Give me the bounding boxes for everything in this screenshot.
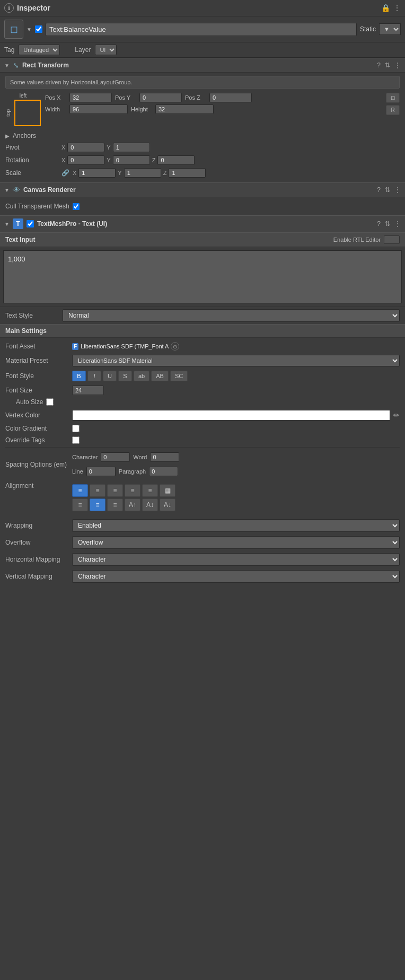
align-capline-btn[interactable]: A↓ [160,498,175,511]
align-center-btn[interactable]: ≡ [90,484,105,497]
text-input-header: Text Input Enable RTL Editor [0,232,405,247]
inspector-header: ℹ Inspector 🔒 ⋮ [0,0,405,16]
text-area-box[interactable]: 1,000 [3,250,402,303]
style-btn-ab-caps[interactable]: AB [151,371,169,381]
align-bottom-btn[interactable]: ≡ [107,498,123,511]
canvas-help-icon[interactable]: ? [377,186,381,194]
r-btn[interactable]: R [386,105,400,115]
vert-mapping-select[interactable]: Character [72,570,400,583]
para-input[interactable] [149,467,178,476]
style-btn-i[interactable]: I [87,371,101,381]
lock-icon[interactable]: 🔒 [381,4,390,12]
tmp-menu-icon[interactable]: ⋮ [394,220,401,228]
align-left-btn[interactable]: ≡ [72,484,88,497]
auto-size-checkbox[interactable] [46,398,54,406]
align-right-btn[interactable]: ≡ [107,484,123,497]
align-geo-btn[interactable]: ▦ [160,484,175,497]
tmp-active-checkbox[interactable] [27,220,34,228]
align-baseline-btn[interactable]: A↑ [125,498,140,511]
canvas-renderer-header[interactable]: ▼ 👁 Canvas Renderer ? ⇅ ⋮ [0,182,405,197]
text-style-label: Text Style [5,312,58,319]
font-circle-btn[interactable]: ⊙ [171,342,179,351]
rotation-xyz: X Y Z [61,155,195,165]
pos-y-input[interactable] [139,93,182,102]
pivot-x-input[interactable] [67,143,104,152]
font-size-input[interactable] [72,386,104,395]
vertex-color-swatch[interactable] [72,410,390,421]
horiz-mapping-select[interactable]: Character [72,553,400,566]
rot-z-label: Z [152,157,156,163]
width-input[interactable] [69,104,128,114]
overflow-select[interactable]: Overflow [72,536,400,549]
rtl-label: Enable RTL Editor [333,237,381,243]
rot-y-input[interactable] [113,155,150,165]
style-btn-b[interactable]: B [72,371,86,381]
text-style-select[interactable]: Normal [63,309,400,322]
align-top-btn[interactable]: ≡ [72,498,88,511]
eyedropper-btn[interactable]: ✏ [393,411,400,419]
canvas-menu-icon[interactable]: ⋮ [394,186,401,194]
static-dropdown[interactable]: ▼ [379,23,401,35]
rect-help-icon[interactable]: ? [377,62,381,69]
rot-x-input[interactable] [67,155,104,165]
pivot-y-input[interactable] [113,143,150,152]
canvas-collapse-arrow: ▼ [4,187,10,193]
align-vmid-btn[interactable]: ≡ [90,498,105,511]
word-input[interactable] [150,452,179,462]
width-label: Width [45,106,66,112]
override-tags-label: Override Tags [5,436,69,444]
layer-select[interactable]: UI [95,45,117,55]
anchors-row[interactable]: ▶ Anchors [5,130,400,141]
align-flush-btn[interactable]: ≡ [142,484,158,497]
spacing-row: Spacing Options (em) Character Word Line… [5,449,400,480]
tmp-header[interactable]: ▼ T TextMeshPro - Text (UI) ? ⇅ ⋮ [0,215,405,232]
canvas-settings-icon[interactable]: ⇅ [385,186,390,194]
pivot-xyz: X Y [61,143,150,152]
scale-x-input[interactable] [78,168,116,178]
style-btn-u[interactable]: U [103,371,117,381]
line-input[interactable] [86,467,116,476]
cull-checkbox[interactable] [73,203,80,210]
gameobj-active-checkbox[interactable] [35,25,42,33]
override-tags-checkbox[interactable] [72,436,80,444]
collapse-arrow: ▼ [4,63,10,68]
tmp-settings-icon[interactable]: ⇅ [385,220,390,228]
rot-z-input[interactable] [157,155,195,165]
align-midline-btn[interactable]: A↕ [142,498,158,511]
gameobj-name-input[interactable] [46,23,357,36]
height-input[interactable] [155,104,214,114]
style-btn-ab[interactable]: ab [134,371,149,381]
canvas-header-actions: ? ⇅ ⋮ [377,186,401,194]
rtl-toggle[interactable] [384,235,400,244]
scale-z-input[interactable] [169,168,206,178]
wrapping-select[interactable]: Enabled [72,519,400,532]
rect-transform-content: Some values driven by HorizontalLayoutGr… [0,73,405,182]
resize-btn[interactable]: ⊡ [386,93,400,103]
vertex-color-row: Vertex Color ✏ [5,408,400,423]
material-label: Material Preset [5,357,69,364]
link-icon[interactable]: 🔗 [61,169,69,177]
scale-z-label: Z [163,170,167,176]
color-gradient-checkbox[interactable] [72,425,80,432]
rect-settings-icon[interactable]: ⇅ [385,62,390,69]
rect-transform-icon: ⤡ [13,61,19,69]
pos-x-input[interactable] [69,93,112,102]
anchor-box[interactable] [14,100,41,126]
style-btn-s[interactable]: S [118,371,132,381]
char-input[interactable] [101,452,130,462]
pos-z-input[interactable] [209,93,252,102]
info-icon: ℹ [4,3,14,13]
menu-icon[interactable]: ⋮ [393,4,401,12]
spacing-char-word: Character Word [72,451,179,463]
material-select[interactable]: LiberationSans SDF Material [72,355,400,366]
style-btn-sc[interactable]: SC [170,371,188,381]
tag-select[interactable]: Untagged [19,45,60,55]
rect-menu-icon[interactable]: ⋮ [394,62,401,69]
pos-row: Pos X Pos Y Pos Z [45,93,382,102]
rect-transform-header[interactable]: ▼ ⤡ Rect Transform ? ⇅ ⋮ [0,58,405,73]
tmp-help-icon[interactable]: ? [377,220,381,228]
scale-y-input[interactable] [124,168,161,178]
font-style-label: Font Style [5,372,69,380]
align-justify-btn[interactable]: ≡ [125,484,140,497]
scale-x-label: X [73,170,76,176]
